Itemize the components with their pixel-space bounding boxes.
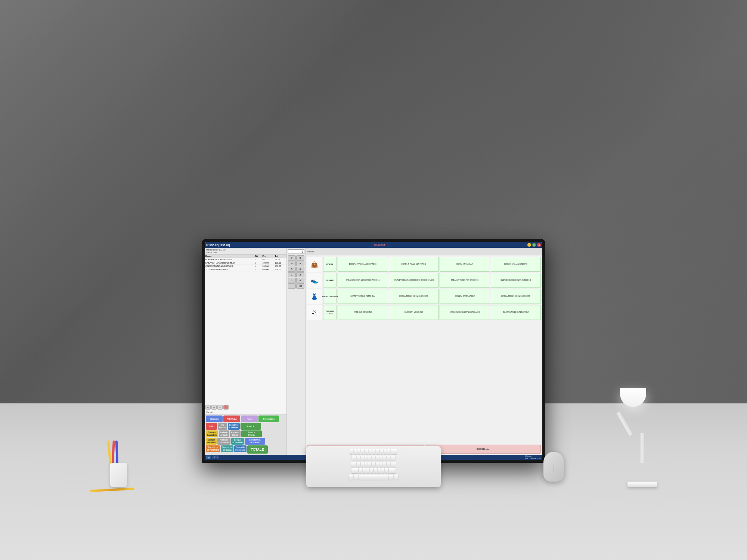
product-button[interactable]: SNEAKER TEDDY POP GRIGIO 4.5 (440, 273, 490, 288)
key (361, 449, 364, 454)
controllo-inventario-btn[interactable]: ControlloInventario (234, 445, 246, 452)
product-button[interactable]: BORSA A SPALLA VICTORIA'S (491, 257, 541, 272)
archivio-articoli-btn[interactable]: ArchivioArticoli (219, 430, 229, 437)
minimize-btn[interactable]: — (527, 243, 531, 247)
taskbar-app-item[interactable]: POS (212, 455, 219, 459)
taskbar-start-btn[interactable]: ⊞ (206, 455, 211, 459)
scarica-offerte-btn[interactable]: ScaricaOfferte (241, 430, 262, 437)
statistiche-cassa-btn[interactable]: StatisticheDi Cassa (221, 445, 233, 452)
statistiche-periodo-btn[interactable]: StatisticheDI PERIODO (206, 445, 220, 452)
key (357, 462, 360, 467)
scontrino-contesia-btn[interactable]: ScontrinoContesia (228, 423, 240, 430)
cart-icon-delete[interactable]: ✕ (223, 405, 229, 410)
info-articoli-btn[interactable]: InfoArticoli (218, 423, 227, 430)
key (365, 455, 368, 461)
key-row-4 (309, 468, 438, 473)
pencil-cup (110, 463, 127, 487)
cart-icon-1[interactable]: ◁ (205, 405, 211, 410)
cart-item-total: 695.00 (274, 268, 286, 271)
col-qty: Qtè (254, 255, 261, 258)
action-row-4: StampaEtichette ArchivioDocumenti Esegui… (206, 438, 285, 445)
key (354, 449, 357, 454)
product-button[interactable]: GIACCA TOMMY DENIM BLU SCURO (389, 289, 439, 304)
key (363, 468, 366, 473)
esegui-xlite-btn[interactable]: EseguiXLite-WEB (231, 438, 244, 445)
archivio-clienti-btn[interactable]: ArchivioClienti (230, 430, 241, 437)
numpad-button[interactable]: . (288, 283, 296, 289)
cart-icon-2[interactable]: ▷ (211, 405, 217, 410)
cart-row[interactable]: CAPPOTTO MONO FETTO B. 1 200.00 200.00 (205, 265, 286, 268)
product-button[interactable]: ETOILE BLACK EVERYNIGHT BLAZER (440, 305, 490, 320)
pos-application: € 1295.72 [1295.70] CLAUDIA — □ ✕ Ultimo… (205, 242, 542, 460)
product-button[interactable]: SNEAKER BASSE DONNA BIANCO 5.0 (491, 273, 541, 288)
key (372, 449, 375, 454)
numpad-button[interactable]: 6 (296, 267, 304, 272)
maximize-btn[interactable]: □ (532, 243, 536, 247)
totale-btn[interactable]: TOTALE (247, 445, 268, 454)
key (368, 455, 371, 461)
reso-btn[interactable]: Reso (241, 416, 258, 422)
numpad-button[interactable]: 5 (288, 267, 296, 272)
numpad-grid: 7894561230.⌫ (288, 255, 304, 289)
stampa-etichette-btn[interactable]: StampaEtichette (206, 438, 217, 445)
cart-item-price: 92.72 (261, 258, 274, 261)
product-button[interactable]: BORSA A TRACOLLA CESSY NE86 (338, 257, 388, 272)
key (378, 468, 381, 473)
numpad-button[interactable]: ⌫ (296, 283, 304, 289)
key-space (359, 475, 388, 480)
product-button[interactable]: CAPPOTTO MONO FETTO BLU (338, 289, 388, 304)
key (385, 468, 388, 473)
product-button[interactable]: GONNA A CAMPANA BLU (440, 289, 490, 304)
chiusura-btn[interactable]: Chiusura (206, 416, 223, 422)
annulla-btn[interactable]: ANNULLA (223, 416, 240, 422)
numpad-button[interactable]: 2 (296, 272, 304, 277)
scarti-r-btn[interactable]: Scarti R. (241, 423, 261, 430)
key-alt-l (354, 475, 358, 480)
product-button[interactable]: TOTE BAG MOSCHINO (338, 305, 388, 320)
product-button[interactable]: BORSA IN PELLE CON FRAGIE (389, 257, 439, 272)
col-price: Prz. (261, 255, 274, 258)
lamp-base (627, 482, 657, 487)
action-row-1: Chiusura ANNULLA Reso Transazione (206, 416, 285, 422)
cart-row[interactable]: SNEAKER LOVER MOSCHINO 1 100.00 100.00 (205, 261, 286, 265)
key-row-3 (309, 462, 438, 467)
category-label[interactable]: ABBIGLIAMENTO (323, 289, 337, 304)
product-button[interactable]: STIVALETTI BEATLES MOSCHINO GRIGIO CHIAR… (389, 273, 439, 288)
pos-titlebar-controls: — □ ✕ (527, 243, 541, 247)
key-tab (352, 455, 356, 461)
numpad-button[interactable]: 1 (288, 272, 296, 277)
numpad-button[interactable]: 7 (288, 255, 296, 261)
category-label[interactable]: TREND DI LUSSO (323, 305, 337, 320)
numpad-button[interactable]: 3 (288, 278, 296, 283)
numpad-button[interactable]: 4 (296, 261, 304, 266)
esc-btn[interactable]: ESC (206, 423, 217, 430)
keyboard-keys (306, 446, 441, 483)
product-button[interactable]: BORSA A TRACOLLA (440, 257, 490, 272)
category-label[interactable]: SCARPE (323, 273, 337, 288)
key (369, 449, 372, 454)
transazione-btn[interactable]: Transazione (258, 416, 279, 422)
mouse (543, 452, 564, 482)
pos-doc-header: Ultimo doc.: 697.00 Cliente: Lato (205, 248, 286, 255)
numpad-button[interactable]: 0 (296, 278, 304, 283)
numpad-button[interactable]: 8 (296, 255, 304, 261)
cart-item-price: 100.00 (261, 261, 274, 265)
cart-row[interactable]: BORSA A TRACOLLA CESS. 1 92.72 92.72 (205, 258, 286, 261)
numpad-button[interactable]: 9 (288, 261, 296, 266)
product-button[interactable]: CARDIGAN MOSCHINO (389, 305, 439, 320)
cart-icon-3[interactable]: □ (217, 405, 223, 410)
category-label[interactable]: BORSE (323, 257, 337, 272)
cart-item-name: CAPPOTTO MONO FETTO B. (205, 265, 254, 268)
torna-bancolite-btn[interactable]: Torna aBancoLite (206, 430, 218, 437)
product-button[interactable]: GIACCA TOMMY DENIM BLU SCURO (491, 289, 541, 304)
product-button[interactable]: GIACCA MARLEE IN TEDDY MAT (491, 305, 541, 320)
key-caps (351, 462, 356, 467)
cliente-info: Cliente: Lato (206, 251, 285, 253)
close-btn[interactable]: ✕ (537, 243, 541, 247)
product-button[interactable]: SNEAKER LOVER MOSCHINO BIANCO 4.5 (338, 273, 388, 288)
archivio-documenti-btn[interactable]: ArchivioDocumenti (217, 438, 230, 445)
rossella-operator-btn[interactable]: ROSSELLA (425, 445, 541, 454)
action-row-5: StatisticheDI PERIODO StatisticheDi Cass… (206, 445, 285, 454)
emissione-tessere-btn[interactable]: EMISSIONETESSERE (245, 438, 265, 445)
cart-row[interactable]: TOTE BAG MOSCHINO 1 695.00 695.00 (205, 268, 286, 271)
